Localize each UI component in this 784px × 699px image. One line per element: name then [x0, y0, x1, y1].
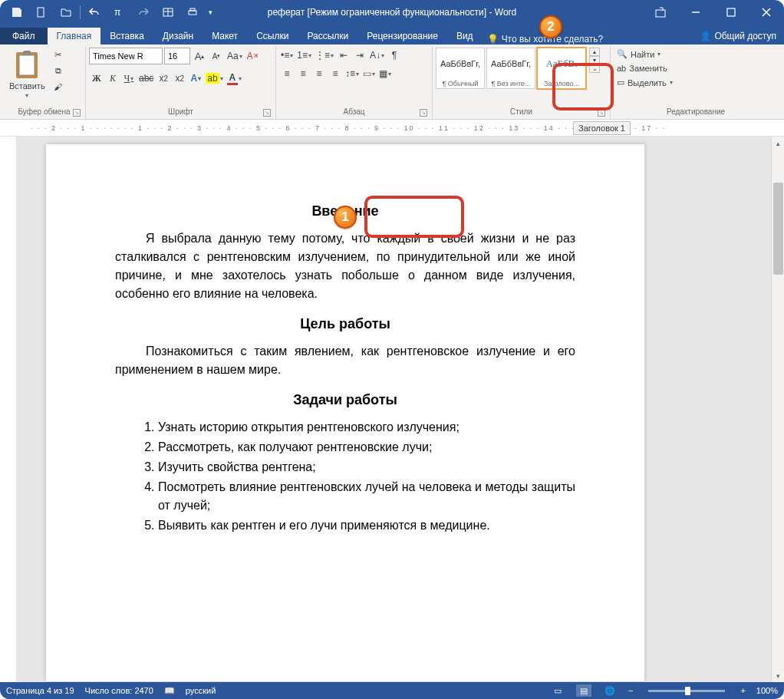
vertical-ruler[interactable]	[0, 137, 17, 682]
maximize-icon[interactable]	[713, 0, 749, 25]
redo-icon[interactable]	[131, 0, 156, 25]
strike-button[interactable]: abc	[137, 71, 155, 86]
tab-design[interactable]: Дизайн	[153, 28, 203, 45]
find-button[interactable]: 🔍Найти▾	[614, 48, 676, 61]
scroll-down-icon[interactable]: ▾	[772, 669, 784, 682]
page-indicator[interactable]: Страница 4 из 19	[6, 686, 74, 695]
horizontal-ruler[interactable]: · · · 2 · · · 1 · · · · · · · 1 · · · 2 …	[0, 120, 784, 137]
align-left-icon[interactable]: ≡	[279, 66, 295, 81]
format-painter-icon[interactable]: 🖌	[51, 80, 65, 94]
word-count[interactable]: Число слов: 2470	[85, 686, 153, 695]
proofing-icon[interactable]: 📖	[164, 686, 175, 696]
shrink-font-icon[interactable]: A▾	[209, 48, 224, 64]
align-center-icon[interactable]: ≡	[295, 66, 311, 81]
style-gallery-spinner[interactable]: ▴▾⌄	[589, 48, 600, 73]
list-item[interactable]: Посмотреть влияние рентгеновских лучей н…	[158, 478, 575, 515]
decrease-indent-icon[interactable]: ⇤	[336, 48, 351, 63]
zoom-level[interactable]: 100%	[756, 686, 778, 695]
replace-button[interactable]: abЗаменить	[614, 62, 676, 74]
equation-icon[interactable]: π	[107, 0, 131, 25]
table-icon[interactable]	[156, 0, 180, 25]
copy-icon[interactable]: ⧉	[51, 64, 65, 77]
font-name-combo[interactable]	[89, 48, 163, 64]
grow-font-icon[interactable]: A▴	[192, 48, 207, 64]
sort-icon[interactable]: A↓	[368, 48, 386, 63]
web-layout-icon[interactable]: 🌐	[602, 684, 618, 697]
qat-customize-icon[interactable]: ▾	[205, 0, 216, 25]
line-spacing-icon[interactable]: ↕≡	[344, 66, 361, 81]
tab-mailings[interactable]: Рассылки	[298, 28, 357, 45]
list-item[interactable]: Рассмотреть, как получают рентгеновские …	[158, 438, 575, 457]
style-nospacing[interactable]: АаБбВвГг,¶ Без инте...	[486, 48, 535, 89]
paste-label: Вставить	[9, 81, 45, 91]
zoom-in-icon[interactable]: +	[740, 686, 745, 695]
increase-indent-icon[interactable]: ⇥	[352, 48, 367, 63]
shading-icon[interactable]: ▭	[361, 66, 377, 81]
select-button[interactable]: ▭Выделить▾	[614, 76, 676, 89]
ribbon-options-icon[interactable]	[643, 0, 678, 25]
list-item[interactable]: Узнать историю открытия рентгеновского и…	[158, 418, 575, 437]
tab-layout[interactable]: Макет	[203, 28, 247, 45]
read-mode-icon[interactable]: ▭	[550, 684, 565, 697]
language-indicator[interactable]: русский	[186, 686, 216, 695]
undo-icon[interactable]	[82, 0, 107, 25]
new-doc-icon[interactable]	[29, 0, 54, 25]
share-button[interactable]: 👤 Общий доступ	[692, 28, 784, 45]
quick-print-icon[interactable]	[180, 0, 205, 25]
cut-icon[interactable]: ✂	[51, 48, 65, 61]
style-normal[interactable]: АаБбВвГг,¶ Обычный	[436, 48, 485, 89]
tab-references[interactable]: Ссылки	[247, 28, 298, 45]
print-layout-icon[interactable]: ▤	[576, 684, 591, 697]
paste-button[interactable]: Вставить ▾	[6, 48, 48, 102]
vertical-scrollbar[interactable]: ▴ ▾	[771, 137, 784, 682]
tab-view[interactable]: Вид	[447, 28, 483, 45]
font-size-combo[interactable]	[164, 48, 190, 64]
paragraph-2[interactable]: Познакомиться с таким явлением, как рент…	[115, 342, 575, 379]
tell-me[interactable]: 💡 Что вы хотите сделать?	[487, 34, 604, 45]
font-color-icon[interactable]: A	[226, 71, 243, 86]
scroll-up-icon[interactable]: ▴	[772, 137, 784, 150]
justify-icon[interactable]: ≡	[328, 66, 343, 81]
show-marks-icon[interactable]: ¶	[387, 48, 402, 63]
zoom-slider[interactable]	[648, 690, 725, 692]
font-launcher[interactable]: ↘	[263, 109, 271, 117]
superscript-button[interactable]: x2	[172, 71, 187, 86]
tab-file[interactable]: Файл	[0, 28, 48, 45]
scrollbar-thumb[interactable]	[773, 183, 783, 275]
tab-review[interactable]: Рецензирование	[357, 28, 447, 45]
align-right-icon[interactable]: ≡	[311, 66, 327, 81]
highlight-icon[interactable]: ab	[204, 71, 224, 86]
styles-launcher[interactable]: ↘	[598, 109, 605, 117]
subscript-button[interactable]: x2	[156, 71, 171, 86]
tab-home[interactable]: Главная	[48, 28, 101, 45]
task-list[interactable]: Узнать историю открытия рентгеновского и…	[158, 418, 575, 535]
heading-goal[interactable]: Цель работы	[115, 314, 575, 335]
list-item[interactable]: Выявить как рентген и его лучи применяют…	[158, 516, 575, 535]
text-effects-icon[interactable]: A	[188, 71, 203, 86]
clipboard-launcher[interactable]: ↘	[73, 109, 81, 117]
minimize-icon[interactable]	[678, 0, 713, 25]
paragraph-1[interactable]: Я выбрала данную тему потому, что каждый…	[115, 229, 575, 303]
zoom-out-icon[interactable]: −	[628, 686, 633, 695]
bullets-icon[interactable]: •≡	[279, 48, 295, 63]
bold-button[interactable]: Ж	[89, 71, 104, 86]
clear-format-icon[interactable]: A✕	[245, 48, 261, 64]
italic-button[interactable]: К	[105, 71, 120, 86]
heading-tasks[interactable]: Задачи работы	[115, 390, 575, 410]
heading-intro[interactable]: Введение	[115, 201, 575, 222]
multilevel-icon[interactable]: ⋮≡	[314, 48, 335, 63]
open-icon[interactable]	[54, 0, 78, 25]
save-icon[interactable]	[5, 0, 29, 25]
numbering-icon[interactable]: 1≡	[295, 48, 313, 63]
select-icon: ▭	[617, 77, 624, 87]
document-page[interactable]: Введение Я выбрала данную тему потому, ч…	[46, 144, 644, 681]
paragraph-launcher[interactable]: ↘	[420, 109, 427, 117]
tab-insert[interactable]: Вставка	[100, 28, 153, 45]
svg-rect-4	[190, 8, 195, 11]
list-item[interactable]: Изучить свойства рентгена;	[158, 458, 575, 476]
borders-icon[interactable]: ▦	[377, 66, 393, 81]
close-icon[interactable]	[749, 0, 784, 25]
underline-button[interactable]: Ч	[121, 71, 137, 86]
change-case-icon[interactable]: Aa	[226, 48, 244, 64]
style-heading1[interactable]: АаБбВ.Заголово...	[537, 48, 586, 89]
